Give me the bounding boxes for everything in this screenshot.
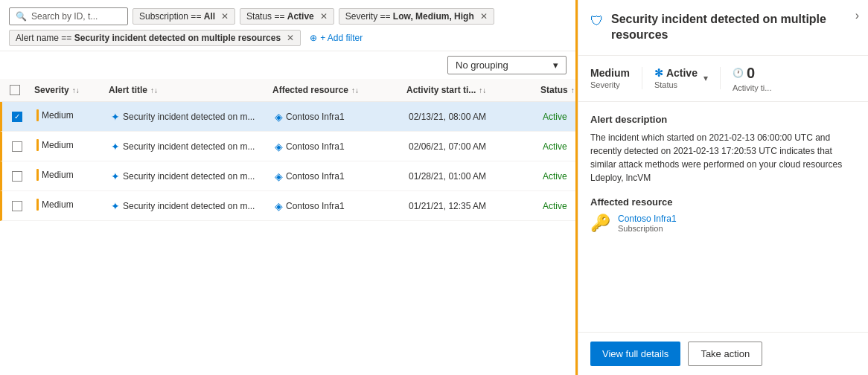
row4-severity-badge: Medium (36, 199, 74, 211)
detail-panel: 🛡 Security incident detected on multiple… (578, 0, 868, 375)
row3-checkbox[interactable] (12, 171, 22, 182)
resource-name[interactable]: Contoso Infra1 (618, 214, 677, 224)
row2-severity: Medium (32, 132, 106, 161)
severity-bar-icon (36, 139, 39, 151)
row1-affected-resource: ◈ Contoso Infra1 (270, 103, 404, 130)
table-body: ✓ Medium ✦ Security incident detected on… (0, 102, 575, 375)
close-icon[interactable]: › (855, 9, 859, 22)
table-header: Severity ↑↓ Alert title ↑↓ Affected reso… (0, 79, 575, 102)
sort-activity-start-icon: ↑↓ (479, 86, 486, 94)
row4-alert-title: ✦ Security incident detected on m... (106, 193, 270, 219)
row3-checkbox-cell[interactable] (2, 164, 32, 189)
alert-icon: ✦ (111, 111, 120, 123)
row3-severity-value: Medium (42, 170, 74, 180)
view-full-details-button[interactable]: View full details (590, 342, 680, 366)
alert-icon: ✦ (111, 170, 120, 182)
alert-icon: ✦ (111, 200, 120, 212)
chevron-down-icon: ▾ (553, 60, 558, 71)
row4-checkbox[interactable] (12, 201, 22, 211)
add-filter-label: + Add filter (320, 33, 363, 43)
row2-checkbox-cell[interactable] (2, 134, 32, 159)
severity-bar-icon (36, 169, 39, 181)
filter-chip-alertname[interactable]: Alert name == Security incident detected… (9, 30, 301, 46)
th-status-label: Status (540, 85, 568, 95)
sort-alert-title-icon: ↑↓ (150, 86, 158, 94)
row4-severity: Medium (32, 191, 106, 220)
row3-resource-value: Contoso Infra1 (286, 171, 345, 182)
th-alert-title-label: Alert title (109, 85, 147, 95)
meta-status-label: Status (654, 80, 698, 89)
resource-details: Contoso Infra1 Subscription (618, 214, 677, 233)
filter-alertname-close[interactable]: ✕ (287, 33, 294, 43)
th-affected-resource[interactable]: Affected resource ↑↓ (268, 79, 402, 101)
meta-status-value: ✻ Active (654, 67, 698, 79)
meta-activity: 🕐 0 Activity ti... (733, 65, 784, 92)
table-row[interactable]: Medium ✦ Security incident detected on m… (0, 161, 575, 191)
detail-title: Security incident detected on multiple r… (611, 12, 856, 43)
row2-severity-value: Medium (42, 140, 74, 150)
chevron-down-icon[interactable]: ▾ (703, 73, 708, 83)
table-row[interactable]: ✓ Medium ✦ Security incident detected on… (0, 102, 575, 132)
table-row[interactable]: Medium ✦ Security incident detected on m… (0, 191, 575, 221)
row4-alert-title-value: Security incident detected on m... (123, 201, 255, 211)
row3-alert-title-value: Security incident detected on m... (123, 171, 255, 182)
meta-severity: Medium Severity (590, 67, 642, 89)
spinning-icon: ✻ (654, 67, 663, 79)
grouping-dropdown[interactable]: No grouping ▾ (447, 56, 567, 74)
th-activity-start-label: Activity start ti... (406, 85, 476, 95)
row1-severity-badge: Medium (36, 109, 74, 121)
filter-severity-close[interactable]: ✕ (480, 11, 488, 22)
th-severity[interactable]: Severity ↑↓ (30, 79, 104, 101)
search-icon: 🔍 (16, 11, 27, 22)
clock-icon: 🕐 (733, 68, 744, 78)
resource-icon: ◈ (275, 200, 283, 212)
search-placeholder: Search by ID, t... (31, 11, 98, 22)
row1-resource-value: Contoso Infra1 (286, 112, 345, 122)
sort-affected-resource-icon: ↑↓ (351, 86, 359, 94)
th-activity-start[interactable]: Activity start ti... ↑↓ (402, 79, 536, 101)
row4-checkbox-cell[interactable] (2, 193, 32, 219)
resource-icon: ◈ (275, 141, 283, 153)
th-alert-title[interactable]: Alert title ↑↓ (104, 79, 268, 101)
row3-severity: Medium (32, 161, 106, 190)
row2-status: Active (538, 134, 575, 159)
take-action-button[interactable]: Take action (688, 342, 762, 366)
add-filter-button[interactable]: ⊕ + Add filter (305, 31, 367, 45)
meta-activity-value: 🕐 0 (733, 65, 772, 82)
row4-affected-resource: ◈ Contoso Infra1 (270, 193, 404, 219)
row4-severity-value: Medium (42, 199, 74, 210)
filter-subscription-close[interactable]: ✕ (221, 11, 229, 22)
row1-checkbox[interactable]: ✓ (12, 112, 22, 122)
row4-status: Active (538, 193, 575, 219)
detail-meta: Medium Severity ✻ Active Status ▾ 🕐 0 (578, 56, 868, 102)
filter-chip-subscription[interactable]: Subscription == All ✕ (133, 8, 235, 25)
row2-activity-start: 02/06/21, 07:00 AM (404, 134, 538, 159)
row1-severity: Medium (32, 102, 106, 131)
th-status[interactable]: Status ↑↓ (536, 79, 578, 101)
th-checkbox (0, 79, 30, 101)
row2-checkbox[interactable] (12, 141, 22, 152)
grouping-row: No grouping ▾ (0, 51, 575, 79)
filter-bar: 🔍 Search by ID, t... Subscription == All… (0, 0, 575, 51)
alert-description-text: The incident which started on 2021-02-13… (590, 131, 856, 185)
filter-chip-severity[interactable]: Severity == Low, Medium, High ✕ (339, 8, 494, 25)
filter-status-label: Status == Active (246, 11, 314, 22)
row3-affected-resource: ◈ Contoso Infra1 (270, 163, 404, 190)
th-severity-label: Severity (34, 85, 69, 95)
meta-status: ✻ Active Status ▾ (654, 67, 721, 89)
row2-severity-badge: Medium (36, 139, 74, 151)
header-checkbox[interactable] (10, 85, 20, 95)
search-box[interactable]: 🔍 Search by ID, t... (9, 7, 128, 25)
table-row[interactable]: Medium ✦ Security incident detected on m… (0, 132, 575, 161)
filter-severity-label: Severity == Low, Medium, High (345, 11, 474, 22)
meta-activity-label: Activity ti... (733, 83, 772, 92)
row1-status: Active (538, 104, 575, 129)
filter-status-close[interactable]: ✕ (320, 11, 328, 22)
resource-icon: ◈ (275, 170, 283, 182)
row2-affected-resource: ◈ Contoso Infra1 (270, 133, 404, 160)
key-icon: 🔑 (590, 214, 610, 233)
alert-description-heading: Alert description (590, 114, 856, 125)
resource-icon: ◈ (275, 111, 283, 123)
filter-chip-status[interactable]: Status == Active ✕ (240, 8, 334, 25)
row1-checkbox-cell[interactable]: ✓ (2, 104, 32, 129)
